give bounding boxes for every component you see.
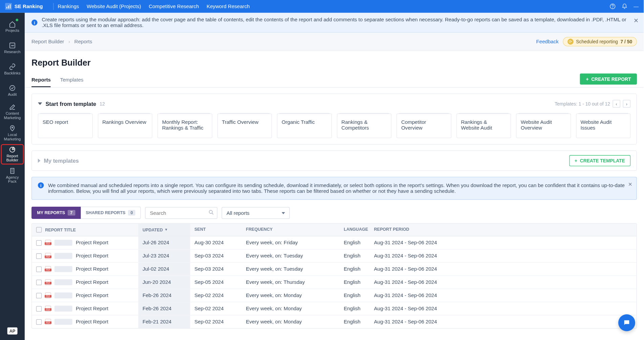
tab-reports[interactable]: Reports bbox=[31, 73, 51, 87]
cell-lang: English bbox=[340, 276, 370, 289]
chevron-down-icon[interactable] bbox=[38, 103, 42, 105]
sidebar-label: Projects bbox=[5, 29, 19, 33]
cell-updated: Jun-20 2024 bbox=[138, 276, 190, 289]
chat-button[interactable] bbox=[618, 314, 635, 331]
search-box bbox=[145, 207, 218, 219]
sidebar-item-report-builder[interactable]: Report Builder bbox=[1, 144, 23, 164]
nav-audit[interactable]: Website Audit (Projects) bbox=[87, 3, 141, 9]
svg-rect-1 bbox=[8, 5, 9, 8]
redacted-prefix: xxxxxxx bbox=[55, 253, 72, 259]
tab-my-reports[interactable]: MY REPORTS 7 bbox=[31, 207, 81, 219]
row-checkbox[interactable] bbox=[36, 306, 42, 311]
report-title: Project Report bbox=[76, 266, 108, 272]
prev-page-button[interactable]: ‹ bbox=[613, 100, 620, 108]
template-card[interactable]: Rankings & Competitors bbox=[337, 113, 391, 138]
row-checkbox[interactable] bbox=[36, 240, 42, 245]
col-period[interactable]: REPORT PERIOD bbox=[370, 224, 637, 236]
sidebar-label: Report Builder bbox=[1, 154, 23, 163]
template-card[interactable]: Competitor Overview bbox=[396, 113, 451, 138]
check-circle-icon bbox=[8, 84, 16, 92]
sidebar-item-local[interactable]: Local Marketing bbox=[1, 123, 23, 143]
template-card[interactable]: Traffic Overview bbox=[217, 113, 272, 138]
pin-icon bbox=[8, 124, 16, 132]
row-checkbox[interactable] bbox=[36, 319, 42, 324]
create-template-button[interactable]: + CREATE TEMPLATE bbox=[569, 155, 630, 166]
tab-templates[interactable]: Templates bbox=[60, 73, 84, 87]
top-bar: SE Ranking Rankings Website Audit (Proje… bbox=[0, 0, 644, 13]
minimize-icon[interactable]: — bbox=[634, 3, 639, 9]
breadcrumb-root[interactable]: Report Builder bbox=[31, 39, 64, 45]
sidebar-item-audit[interactable]: Audit bbox=[1, 81, 23, 100]
building-icon bbox=[8, 167, 16, 175]
cell-freq: Every week, on: Tuesday bbox=[242, 250, 340, 263]
nav-keyword[interactable]: Keyword Research bbox=[207, 3, 250, 9]
bell-icon[interactable] bbox=[622, 3, 628, 9]
template-card[interactable]: Rankings & Website Audit bbox=[456, 113, 511, 138]
close-icon[interactable]: ✕ bbox=[634, 17, 639, 24]
nav-rankings[interactable]: Rankings bbox=[58, 3, 79, 9]
row-checkbox[interactable] bbox=[36, 293, 42, 298]
chevron-right-icon[interactable] bbox=[38, 159, 41, 163]
help-icon[interactable] bbox=[610, 3, 616, 9]
template-card[interactable]: Organic Traffic bbox=[277, 113, 331, 138]
sidebar-item-projects[interactable]: Projects bbox=[1, 17, 23, 37]
research-icon bbox=[8, 42, 16, 49]
table-row[interactable]: xxxxxxx Project Report Feb-26 2024 Sep-0… bbox=[32, 289, 636, 302]
svg-rect-2 bbox=[10, 4, 11, 9]
col-title[interactable]: REPORT TITLE bbox=[45, 227, 76, 232]
row-checkbox[interactable] bbox=[36, 279, 42, 285]
template-card[interactable]: Website Audit Overview bbox=[516, 113, 571, 138]
brand-logo[interactable]: SE Ranking bbox=[5, 3, 43, 10]
sidebar-footer[interactable]: AP bbox=[7, 326, 17, 334]
cell-updated: Feb-26 2024 bbox=[138, 302, 190, 315]
template-card[interactable]: Website Audit Issues bbox=[576, 113, 630, 138]
tab-count: 7 bbox=[68, 210, 75, 216]
button-label: CREATE TEMPLATE bbox=[580, 158, 625, 163]
template-card[interactable]: Rankings Overview bbox=[98, 113, 152, 138]
template-card[interactable]: Monthly Report: Rankings & Traffic bbox=[157, 113, 212, 138]
search-input[interactable] bbox=[145, 207, 218, 219]
table-row[interactable]: xxxxxxx Project Report Jul-02 2024 Sep-0… bbox=[32, 263, 636, 276]
divider bbox=[53, 3, 53, 10]
scheduled-badge[interactable]: ⟳ Scheduled reporting 7 / 50 bbox=[563, 37, 637, 46]
svg-point-6 bbox=[10, 86, 15, 91]
logo-icon bbox=[5, 3, 12, 10]
col-sent[interactable]: SENT bbox=[190, 224, 242, 236]
cell-period: Aug-31 2024 - Sep-06 2024 bbox=[370, 250, 637, 263]
report-title: Project Report bbox=[76, 279, 108, 286]
table-row[interactable]: xxxxxxx Project Report Feb-21 2024 Sep-0… bbox=[32, 315, 636, 328]
filter-select[interactable]: All reports bbox=[222, 207, 290, 219]
template-card[interactable]: SEO report bbox=[38, 113, 92, 138]
table-row[interactable]: xxxxxxx Project Report Feb-26 2024 Sep-0… bbox=[32, 302, 636, 315]
col-updated[interactable]: UPDATED bbox=[143, 227, 163, 232]
cell-period: Aug-31 2024 - Sep-06 2024 bbox=[370, 289, 637, 302]
create-report-button[interactable]: + CREATE REPORT bbox=[580, 73, 637, 85]
svg-point-7 bbox=[12, 127, 13, 128]
table-row[interactable]: xxxxxxx Project Report Jul-23 2024 Sep-0… bbox=[32, 250, 636, 263]
row-checkbox[interactable] bbox=[36, 266, 42, 272]
sidebar-item-backlinks[interactable]: Backlinks bbox=[1, 60, 23, 79]
cell-freq: Every week, on: Friday bbox=[242, 236, 340, 249]
nav-competitive[interactable]: Competitive Research bbox=[149, 3, 199, 9]
tab-shared-reports[interactable]: SHARED REPORTS 0 bbox=[81, 207, 141, 219]
table-row[interactable]: xxxxxxx Project Report Jun-20 2024 Sep-0… bbox=[32, 276, 636, 289]
pdf-icon bbox=[45, 305, 51, 312]
next-page-button[interactable]: › bbox=[623, 100, 631, 108]
select-all-checkbox[interactable] bbox=[36, 227, 42, 232]
feedback-link[interactable]: Feedback bbox=[536, 39, 559, 45]
sidebar-item-content[interactable]: Content Marketing bbox=[1, 102, 23, 122]
cell-sent: Aug-30 2024 bbox=[190, 236, 242, 249]
clock-icon: ⟳ bbox=[567, 39, 574, 45]
close-icon[interactable]: ✕ bbox=[628, 182, 632, 188]
cell-period: Aug-31 2024 - Sep-06 2024 bbox=[370, 263, 637, 276]
col-freq[interactable]: FREQUENCY bbox=[242, 224, 340, 236]
sidebar-item-research[interactable]: Research bbox=[1, 38, 23, 58]
sidebar-item-agency[interactable]: Agency Pack bbox=[1, 166, 23, 185]
report-scope-tabs: MY REPORTS 7 SHARED REPORTS 0 bbox=[31, 207, 141, 219]
redacted-prefix: xxxxxxx bbox=[55, 240, 72, 246]
cell-period: Aug-31 2024 - Sep-06 2024 bbox=[370, 276, 637, 289]
row-checkbox[interactable] bbox=[36, 253, 42, 258]
button-label: CREATE REPORT bbox=[591, 76, 631, 82]
col-lang[interactable]: LANGUAGE bbox=[340, 224, 370, 236]
table-row[interactable]: xxxxxxx Project Report Jul-26 2024 Aug-3… bbox=[32, 236, 636, 250]
